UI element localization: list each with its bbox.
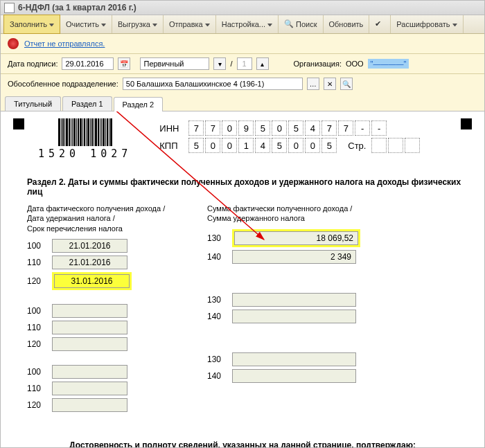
search-button[interactable]: 🔍Поиск: [279, 15, 323, 33]
page-label: Стр.: [348, 141, 366, 151]
calendar-icon[interactable]: 📅: [118, 57, 130, 70]
send-button[interactable]: Отправка: [164, 15, 216, 33]
kpp-cells[interactable]: 500145005: [188, 138, 337, 153]
amount-field-140[interactable]: [232, 310, 356, 323]
field-number: 120: [27, 400, 45, 410]
date-field-110[interactable]: [52, 382, 127, 395]
field-number: 140: [207, 312, 225, 321]
tab-title[interactable]: Титульный: [5, 96, 61, 111]
division-label: Обособленное подразделение:: [8, 80, 118, 88]
date-field-120[interactable]: 31.01.2016: [54, 274, 130, 288]
cell[interactable]: 7: [338, 120, 353, 136]
date-field-110[interactable]: [52, 321, 127, 334]
date-field-120[interactable]: [52, 337, 127, 351]
cell[interactable]: 0: [222, 138, 237, 153]
barcode: 1520 1027: [38, 118, 132, 160]
refresh-button[interactable]: Обновить: [324, 15, 370, 33]
amount-field-140[interactable]: 2 349: [232, 250, 356, 264]
window-titlebar: 6-НДФЛ (за 1 квартал 2016 г.): [1, 1, 484, 15]
cell[interactable]: 5: [321, 138, 337, 153]
right-col-head: Сумма фактически полученного дохода /Сум…: [207, 204, 387, 224]
marker-box: [13, 118, 24, 129]
field-number: 140: [207, 371, 225, 381]
cell[interactable]: 5: [288, 120, 303, 136]
cell[interactable]: 9: [238, 120, 254, 136]
cell[interactable]: 5: [255, 120, 270, 136]
inn-cells[interactable]: 7709505477--: [188, 120, 387, 136]
cell[interactable]: 0: [205, 138, 220, 153]
date-field-100[interactable]: [52, 304, 127, 318]
amount-field-140[interactable]: [232, 369, 356, 383]
cell[interactable]: [371, 138, 387, 153]
clear-icon[interactable]: ✕: [324, 78, 336, 90]
org-link[interactable]: "————": [368, 59, 409, 69]
field-number: 110: [27, 323, 45, 332]
chevron-down-icon: [267, 22, 272, 27]
status-bar: Отчет не отправлялся.: [1, 34, 484, 54]
field-number: 100: [27, 241, 45, 251]
ellipsis-icon[interactable]: …: [307, 78, 319, 90]
settings-button[interactable]: Настройка...: [216, 15, 279, 33]
date-field-100[interactable]: [52, 365, 127, 379]
toolbar: Заполнить Очистить Выгрузка Отправка Нас…: [1, 15, 484, 34]
decode-button[interactable]: Расшифровать: [391, 15, 463, 33]
stepper-icon[interactable]: ▴: [256, 57, 269, 70]
page-cells[interactable]: [371, 138, 420, 153]
corr-num-input[interactable]: 1: [237, 57, 252, 70]
org-label: Организация:: [294, 60, 342, 68]
export-button[interactable]: Выгрузка: [112, 15, 164, 33]
cell[interactable]: 0: [222, 120, 237, 136]
chevron-down-icon: [49, 22, 54, 27]
sign-date-input[interactable]: 29.01.2016: [62, 57, 114, 70]
cell[interactable]: -: [371, 120, 387, 136]
cell[interactable]: 0: [288, 138, 303, 153]
left-col-head: Дата фактического получения дохода /Дата…: [27, 204, 173, 233]
tab-section2[interactable]: Раздел 2: [114, 97, 164, 111]
search-icon: 🔍: [284, 19, 294, 29]
cell[interactable]: 4: [255, 138, 270, 153]
inn-label: ИНН: [159, 123, 183, 134]
kpp-label: КПП: [159, 141, 183, 151]
barcode-number: 1520 1027: [38, 147, 132, 160]
check-button[interactable]: ✔: [369, 15, 391, 33]
amount-field-130[interactable]: [232, 352, 356, 366]
cell[interactable]: 7: [188, 120, 204, 136]
date-field-100[interactable]: 21.01.2016: [52, 239, 127, 253]
status-icon: [8, 38, 19, 49]
check-icon: ✔: [375, 19, 385, 29]
window-title: 6-НДФЛ (за 1 квартал 2016 г.): [18, 3, 136, 12]
form-row-1: Дата подписи: 29.01.2016 📅 Первичный ▾ /…: [1, 54, 484, 74]
form-row-2: Обособленное подразделение: 50 Балашиха …: [1, 74, 484, 93]
report-type-select[interactable]: Первичный: [140, 57, 209, 70]
field-number: 130: [207, 295, 225, 305]
chevron-down-icon: [152, 22, 157, 27]
amount-field-130[interactable]: 18 069,52: [234, 231, 358, 245]
cell[interactable]: -: [355, 120, 370, 136]
status-text[interactable]: Отчет не отправлялся.: [24, 39, 105, 48]
cell[interactable]: 4: [305, 120, 320, 136]
fill-button[interactable]: Заполнить: [3, 15, 60, 34]
cell[interactable]: 0: [272, 120, 287, 136]
cell[interactable]: [405, 138, 420, 153]
cell[interactable]: [388, 138, 403, 153]
cell[interactable]: 0: [305, 138, 320, 153]
chevron-down-icon[interactable]: ▾: [213, 57, 226, 70]
cell[interactable]: 7: [205, 120, 220, 136]
cell[interactable]: 7: [321, 120, 337, 136]
field-number: 120: [27, 339, 45, 349]
amount-field-130[interactable]: [232, 293, 356, 307]
footer-text: Достоверность и полноту сведений, указан…: [13, 440, 472, 448]
tab-strip: Титульный Раздел 1 Раздел 2: [1, 93, 484, 111]
cell[interactable]: 5: [188, 138, 204, 153]
org-prefix: ООО: [346, 60, 364, 68]
date-field-110[interactable]: 21.01.2016: [52, 256, 127, 269]
cell[interactable]: 5: [272, 138, 287, 153]
division-input[interactable]: 50 Балашиха Балашихинское 4 (196-1): [123, 78, 303, 90]
cell[interactable]: 1: [238, 138, 254, 153]
field-number: 120: [27, 276, 45, 286]
date-field-120[interactable]: [52, 398, 127, 412]
sign-date-label: Дата подписи:: [8, 60, 58, 68]
tab-section1[interactable]: Раздел 1: [62, 96, 112, 111]
lookup-icon[interactable]: 🔍: [340, 78, 353, 90]
clear-button[interactable]: Очистить: [60, 15, 112, 33]
